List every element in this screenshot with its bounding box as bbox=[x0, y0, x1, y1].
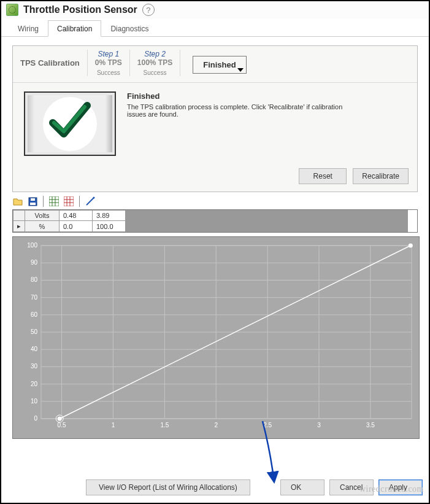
separator bbox=[79, 196, 80, 207]
reset-button[interactable]: Reset bbox=[299, 168, 347, 184]
step-1-label: Step 1 bbox=[98, 50, 119, 58]
cell[interactable]: 0.48 bbox=[60, 211, 93, 221]
tab-wiring[interactable]: Wiring bbox=[9, 20, 48, 37]
table-row[interactable]: ▸ % 0.0 100.0 bbox=[13, 221, 408, 232]
window-title: Throttle Position Sensor bbox=[23, 4, 137, 15]
chevron-down-icon bbox=[237, 68, 244, 72]
row-cursor-icon: ▸ bbox=[13, 221, 25, 232]
finished-heading: Finished bbox=[127, 91, 348, 101]
svg-text:50: 50 bbox=[31, 328, 38, 335]
svg-text:80: 80 bbox=[31, 276, 38, 283]
svg-text:60: 60 bbox=[31, 311, 38, 318]
table-insert-icon[interactable] bbox=[48, 196, 60, 207]
calibration-chart[interactable]: 01020304050607080901000.511.522.533.5 bbox=[12, 236, 420, 439]
finished-pill[interactable]: Finished bbox=[193, 56, 246, 74]
dialog-window: Throttle Position Sensor ? Wiring Calibr… bbox=[0, 0, 430, 504]
svg-text:20: 20 bbox=[31, 381, 38, 387]
svg-text:1: 1 bbox=[112, 422, 115, 428]
stepper-title: TPS Calibration bbox=[20, 50, 80, 68]
ok-button[interactable]: OK bbox=[280, 479, 324, 495]
svg-text:10: 10 bbox=[31, 398, 38, 405]
table-row[interactable]: Volts 0.48 3.89 bbox=[13, 211, 408, 221]
svg-text:70: 70 bbox=[31, 294, 38, 301]
svg-text:90: 90 bbox=[31, 259, 38, 266]
app-icon bbox=[6, 4, 18, 16]
step-1-status: Success bbox=[97, 67, 120, 76]
finished-message: Finished The TPS calibration process is … bbox=[127, 91, 348, 156]
svg-text:1.5: 1.5 bbox=[160, 422, 169, 428]
svg-text:30: 30 bbox=[31, 363, 38, 370]
svg-point-54 bbox=[409, 244, 413, 248]
svg-text:3: 3 bbox=[317, 422, 321, 428]
checkmark-icon bbox=[45, 97, 94, 146]
svg-rect-3 bbox=[49, 196, 59, 206]
row-label: Volts bbox=[25, 211, 60, 221]
tab-bar: Wiring Calibration Diagnostics bbox=[1, 20, 429, 37]
svg-point-14 bbox=[93, 197, 95, 199]
svg-text:3.5: 3.5 bbox=[366, 422, 375, 428]
step-2-label: Step 2 bbox=[144, 50, 166, 58]
row-label: % bbox=[25, 221, 60, 232]
svg-text:100: 100 bbox=[27, 242, 37, 249]
svg-point-52 bbox=[58, 417, 62, 421]
svg-line-13 bbox=[86, 198, 94, 205]
recalibrate-button[interactable]: Recalibrate bbox=[353, 168, 409, 184]
open-icon[interactable] bbox=[12, 196, 23, 207]
cell[interactable]: 0.0 bbox=[60, 221, 93, 232]
step-1-value: 0% TPS bbox=[95, 58, 122, 67]
finished-pill-label: Finished bbox=[203, 60, 236, 69]
table-toolbar bbox=[12, 192, 418, 209]
title-bar: Throttle Position Sensor ? bbox=[1, 1, 429, 18]
save-icon[interactable] bbox=[27, 196, 38, 207]
data-grid[interactable]: Volts 0.48 3.89 ▸ % 0.0 100.0 bbox=[12, 209, 418, 233]
cell[interactable]: 3.89 bbox=[93, 211, 126, 221]
wand-icon[interactable] bbox=[85, 196, 96, 207]
svg-text:2.5: 2.5 bbox=[263, 422, 272, 428]
io-report-button[interactable]: View I/O Report (List of Wiring Allocati… bbox=[86, 479, 250, 495]
svg-rect-2 bbox=[31, 198, 35, 201]
finished-body: The TPS calibration process is complete.… bbox=[127, 103, 348, 118]
svg-text:2: 2 bbox=[214, 422, 218, 428]
separator bbox=[43, 196, 44, 207]
svg-text:0.5: 0.5 bbox=[58, 422, 66, 428]
tab-calibration[interactable]: Calibration bbox=[48, 20, 101, 37]
step-2-status: Success bbox=[144, 67, 167, 76]
step-2: Step 2 100% TPS Success bbox=[130, 50, 180, 76]
step-1: Step 1 0% TPS Success bbox=[88, 50, 130, 76]
tab-diagnostics[interactable]: Diagnostics bbox=[101, 20, 158, 37]
cell[interactable]: 100.0 bbox=[93, 221, 126, 232]
table-delete-icon[interactable] bbox=[63, 196, 74, 207]
svg-rect-1 bbox=[30, 203, 36, 205]
finished-graphic bbox=[24, 91, 116, 156]
svg-text:40: 40 bbox=[31, 346, 38, 352]
svg-rect-8 bbox=[64, 196, 74, 206]
svg-text:0: 0 bbox=[34, 415, 37, 422]
step-2-value: 100% TPS bbox=[137, 58, 172, 67]
calibration-stepper: TPS Calibration Step 1 0% TPS Success St… bbox=[12, 45, 418, 192]
help-icon[interactable]: ? bbox=[142, 4, 155, 16]
watermark: wiredcrunch.com bbox=[359, 484, 424, 494]
